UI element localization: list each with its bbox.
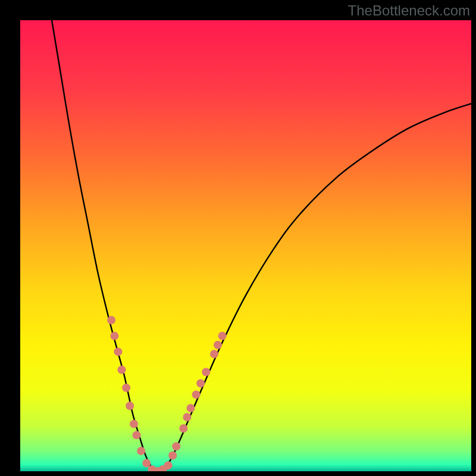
data-marker [183,413,191,421]
data-marker [218,332,227,340]
data-marker [164,461,173,469]
data-marker [130,419,138,428]
watermark-text: TheBottleneck.com [348,2,470,19]
data-marker [214,341,222,349]
data-marker [179,424,187,433]
data-marker [192,390,201,399]
data-marker [196,379,205,387]
data-marker [118,365,126,374]
data-marker [210,350,218,358]
data-marker [172,442,180,450]
bottleneck-curve [52,20,471,471]
data-marker [122,384,130,392]
data-marker [110,332,118,340]
plot-area [20,20,471,471]
marker-group [107,316,226,471]
data-marker [107,316,115,324]
data-marker [187,404,195,412]
data-marker [133,431,141,439]
data-marker [142,459,151,467]
data-marker [202,368,210,376]
curve-layer [20,20,471,471]
data-marker [114,347,122,356]
data-marker [137,447,145,455]
data-marker [168,451,177,459]
chart-stage: TheBottleneck.com [0,0,476,476]
data-marker [126,402,134,410]
